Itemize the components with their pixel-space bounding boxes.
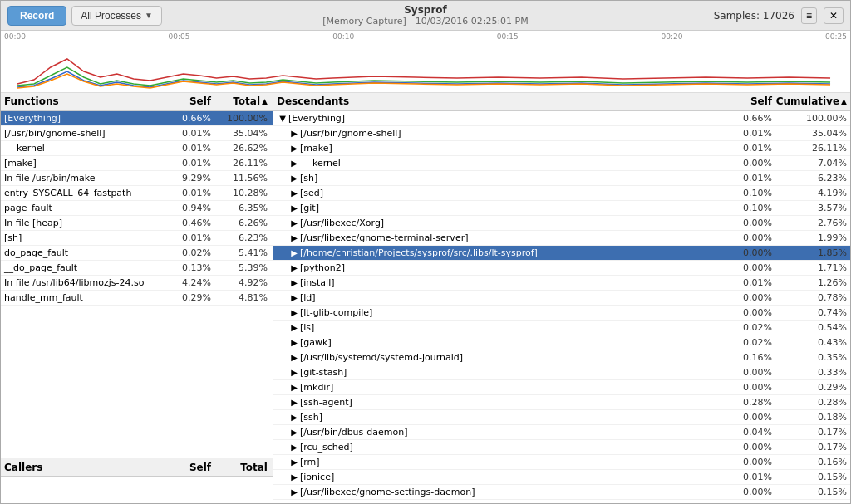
right-table-row[interactable]: ▶[rcu_sched] 0.00% 0.17%: [273, 440, 850, 455]
left-table-row[interactable]: __do_page_fault 0.13% 5.39%: [1, 261, 273, 276]
right-table-row[interactable]: ▶[ld] 0.00% 0.78%: [273, 291, 850, 306]
left-table-row[interactable]: In file /usr/lib64/libmozjs-24.so 4.24% …: [1, 276, 273, 291]
expand-arrow-icon[interactable]: ▶: [288, 353, 300, 362]
expand-arrow-icon[interactable]: ▶: [288, 233, 300, 242]
menu-button[interactable]: ≡: [801, 7, 817, 24]
expand-arrow-icon[interactable]: ▶: [288, 323, 300, 332]
expand-arrow-icon[interactable]: ▶: [288, 338, 300, 347]
right-table-row[interactable]: ▶[/usr/libexec/Xorg] 0.00% 2.76%: [273, 216, 850, 231]
right-row-cumulative: 0.17%: [775, 442, 850, 453]
right-table-row[interactable]: ▶[gawk] 0.02% 0.43%: [273, 335, 850, 350]
expand-arrow-icon[interactable]: ▶: [288, 443, 300, 452]
expand-arrow-icon[interactable]: ▶: [288, 248, 300, 257]
left-table-row[interactable]: - - kernel - - 0.01% 26.62%: [1, 141, 273, 156]
all-processes-button[interactable]: All Processes ▼: [71, 6, 162, 26]
expand-arrow-icon[interactable]: ▶: [288, 129, 300, 138]
left-table-row[interactable]: [Everything] 0.66% 100.00%: [1, 111, 273, 126]
expand-arrow-icon[interactable]: ▼: [277, 114, 288, 123]
expand-arrow-icon[interactable]: ▶: [288, 368, 300, 377]
left-row-total: 10.28%: [214, 188, 273, 198]
left-table-row[interactable]: [sh] 0.01% 6.23%: [1, 231, 273, 246]
expand-arrow-icon[interactable]: ▶: [288, 159, 300, 168]
right-table-row[interactable]: ▼[Everything] 0.66% 100.00%: [273, 111, 850, 126]
right-row-self: 0.02%: [717, 322, 775, 333]
right-table-row[interactable]: ▶[python2] 0.00% 1.71%: [273, 261, 850, 276]
expand-arrow-icon[interactable]: ▶: [288, 278, 300, 287]
right-table-row[interactable]: ▶[ssh] 0.00% 0.18%: [273, 410, 850, 425]
left-table-row[interactable]: In file [heap] 0.46% 6.26%: [1, 216, 273, 231]
right-table-row[interactable]: ▶[/usr/bin/dbus-daemon] 0.04% 0.17%: [273, 425, 850, 440]
expand-arrow-icon[interactable]: ▶: [288, 413, 300, 422]
left-row-self: 0.01%: [165, 232, 214, 243]
right-row-cumulative: 0.78%: [775, 292, 850, 303]
descendants-col-header: Descendants: [273, 95, 717, 107]
right-row-name: ▶[git-stash]: [273, 367, 717, 378]
left-table-row[interactable]: [/usr/bin/gnome-shell] 0.01% 35.04%: [1, 126, 273, 141]
descendants-table-body[interactable]: ▼[Everything] 0.66% 100.00% ▶[/usr/bin/g…: [273, 111, 850, 503]
expand-arrow-icon[interactable]: ▶: [288, 398, 300, 407]
expand-arrow-icon[interactable]: ▶: [288, 308, 300, 317]
right-table-row[interactable]: ▶[git-stash] 0.00% 0.33%: [273, 365, 850, 380]
left-row-name: do_page_fault: [1, 247, 165, 258]
left-row-total: 5.39%: [214, 262, 273, 273]
right-row-cumulative: 0.28%: [775, 397, 850, 408]
right-table-row[interactable]: ▶[ionice] 0.01% 0.15%: [273, 470, 850, 485]
expand-arrow-icon[interactable]: ▶: [288, 487, 300, 497]
right-table-row[interactable]: ▶[rm] 0.00% 0.16%: [273, 455, 850, 470]
right-row-name: ▶[/usr/libexec/Xorg]: [273, 218, 717, 228]
left-table-row[interactable]: do_page_fault 0.02% 5.41%: [1, 246, 273, 261]
left-table-row[interactable]: handle_mm_fault 0.29% 4.81%: [1, 291, 273, 306]
right-table-row[interactable]: ▶[chrt] 0.01% 0.14%: [273, 500, 850, 503]
left-row-total: 5.41%: [214, 247, 273, 258]
functions-table-body[interactable]: [Everything] 0.66% 100.00% [/usr/bin/gno…: [1, 111, 273, 458]
right-table-row[interactable]: ▶[/home/christian/Projects/sysprof/src/.…: [273, 246, 850, 261]
right-row-cumulative: 0.29%: [775, 382, 850, 393]
right-table-row[interactable]: ▶[ssh-agent] 0.28% 0.28%: [273, 395, 850, 410]
left-row-self: 0.66%: [165, 113, 214, 124]
close-button[interactable]: ✕: [824, 7, 844, 24]
right-table-row[interactable]: ▶[install] 0.01% 1.26%: [273, 276, 850, 291]
left-panel: Functions Self Total ▲ [Everything] 0.66…: [1, 93, 273, 503]
right-row-self: 0.28%: [717, 397, 775, 408]
expand-arrow-icon[interactable]: ▶: [288, 218, 300, 228]
expand-arrow-icon[interactable]: ▶: [288, 458, 300, 467]
right-table-row[interactable]: ▶- - kernel - - 0.00% 7.04%: [273, 156, 850, 171]
right-table-row[interactable]: ▶[/usr/lib/systemd/systemd-journald] 0.1…: [273, 350, 850, 365]
expand-arrow-icon[interactable]: ▶: [288, 428, 300, 437]
expand-arrow-icon[interactable]: ▶: [288, 293, 300, 302]
right-table-row[interactable]: ▶[lt-glib-compile] 0.00% 0.74%: [273, 306, 850, 321]
right-table-row[interactable]: ▶[sh] 0.01% 6.23%: [273, 171, 850, 186]
expand-arrow-icon[interactable]: ▶: [288, 502, 300, 503]
right-table-row[interactable]: ▶[sed] 0.10% 4.19%: [273, 186, 850, 201]
left-table-row[interactable]: [make] 0.01% 26.11%: [1, 156, 273, 171]
right-table-row[interactable]: ▶[/usr/bin/gnome-shell] 0.01% 35.04%: [273, 126, 850, 141]
right-row-name: ▶[sed]: [273, 188, 717, 198]
right-table-row[interactable]: ▶[git] 0.10% 3.57%: [273, 201, 850, 216]
left-row-self: 0.02%: [165, 247, 214, 258]
expand-arrow-icon[interactable]: ▶: [288, 472, 300, 482]
expand-arrow-icon[interactable]: ▶: [288, 174, 300, 183]
left-row-total: 6.26%: [214, 218, 273, 228]
expand-arrow-icon[interactable]: ▶: [288, 263, 300, 272]
right-row-cumulative: 1.85%: [775, 247, 850, 258]
right-row-self: 0.01%: [717, 128, 775, 139]
right-table-row[interactable]: ▶[mkdir] 0.00% 0.29%: [273, 380, 850, 395]
right-row-name: ▶[git]: [273, 203, 717, 213]
descendants-table-header: Descendants Self Cumulative ▲: [273, 93, 850, 111]
main-content: Functions Self Total ▲ [Everything] 0.66…: [1, 93, 850, 503]
expand-arrow-icon[interactable]: ▶: [288, 144, 300, 153]
left-row-total: 11.56%: [214, 173, 273, 183]
record-button[interactable]: Record: [7, 6, 66, 26]
left-table-row[interactable]: page_fault 0.94% 6.35%: [1, 201, 273, 216]
right-table-row[interactable]: ▶[/usr/libexec/gnome-terminal-server] 0.…: [273, 231, 850, 246]
right-table-row[interactable]: ▶[/usr/libexec/gnome-settings-daemon] 0.…: [273, 485, 850, 500]
expand-arrow-icon[interactable]: ▶: [288, 383, 300, 392]
right-table-row[interactable]: ▶[make] 0.01% 26.11%: [273, 141, 850, 156]
left-table-row[interactable]: In file /usr/bin/make 9.29% 11.56%: [1, 171, 273, 186]
right-table-row[interactable]: ▶[ls] 0.02% 0.54%: [273, 321, 850, 335]
expand-arrow-icon[interactable]: ▶: [288, 188, 300, 198]
left-table-row[interactable]: entry_SYSCALL_64_fastpath 0.01% 10.28%: [1, 186, 273, 201]
right-row-self: 0.00%: [717, 247, 775, 258]
expand-arrow-icon[interactable]: ▶: [288, 203, 300, 213]
right-row-cumulative: 0.33%: [775, 367, 850, 378]
